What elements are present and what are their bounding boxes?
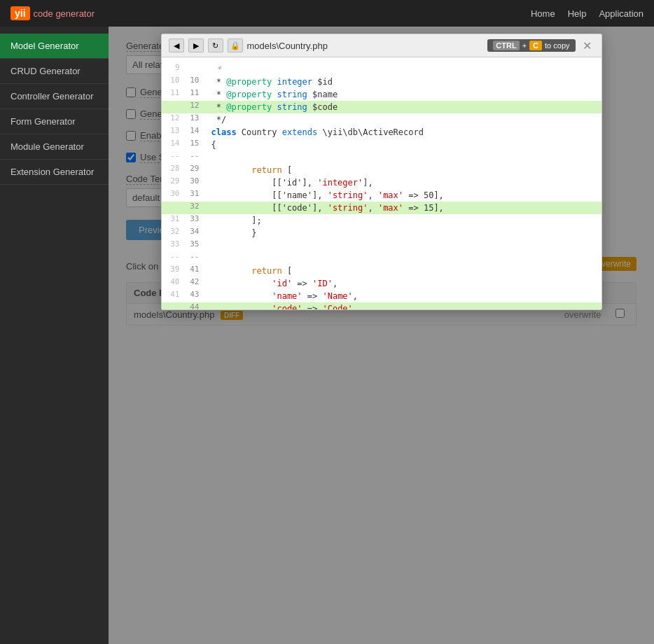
code-line: 4143 'name' => 'Name', (162, 290, 601, 302)
nav-application[interactable]: Application (599, 8, 643, 19)
sidebar: Model Generator CRUD Generator Controlle… (0, 27, 109, 644)
modal: ◀ ▶ ↻ 🔒 models\Country.php CTRL + C to c… (161, 34, 602, 310)
modal-body: 9 * 1010 * @property integer $id 1111 * … (162, 57, 601, 309)
code-line: 32 [['code'], 'string', 'max' => 15], (162, 202, 601, 214)
sidebar-item-extension-generator[interactable]: Extension Generator (0, 160, 109, 185)
code-line: 12 * @property string $code (162, 101, 601, 113)
sidebar-item-controller-generator[interactable]: Controller Generator (0, 84, 109, 109)
code-line: 3335 (162, 239, 601, 252)
layout: Model Generator CRUD Generator Controlle… (0, 27, 654, 644)
sidebar-item-model-generator[interactable]: Model Generator (0, 34, 109, 59)
main-content: Generate Relations Generate Labels from … (109, 27, 654, 644)
modal-lock-button[interactable]: 🔒 (228, 38, 243, 52)
code-line: 9 * (162, 63, 601, 76)
modal-header: ◀ ▶ ↻ 🔒 models\Country.php CTRL + C to c… (162, 34, 601, 57)
code-line-separator: ---- (162, 252, 601, 265)
nav-home[interactable]: Home (531, 8, 555, 19)
code-line: 2930 [['id'], 'integer'], (162, 176, 601, 189)
code-line: 1213 */ (162, 113, 601, 126)
logo-text: code generator (34, 8, 95, 19)
code-line-separator: ---- (162, 151, 601, 164)
top-nav: yii code generator Home Help Application (0, 0, 654, 27)
code-line: 1010 * @property integer $id (162, 76, 601, 88)
code-line: 3031 [['name'], 'string', 'max' => 50], (162, 189, 601, 202)
copy-hint: CTRL + C to copy (487, 39, 575, 52)
modal-overlay: ◀ ▶ ↻ 🔒 models\Country.php CTRL + C to c… (109, 27, 654, 644)
logo: yii code generator (11, 6, 95, 20)
code-line: 44 'code' => 'Code', (162, 302, 601, 309)
yii-logo: yii (11, 6, 30, 20)
code-line: 1314 class Country extends \yii\db\Activ… (162, 126, 601, 139)
sidebar-item-module-generator[interactable]: Module Generator (0, 134, 109, 160)
code-line: 2829 return [ (162, 164, 601, 176)
code-line: 1415 { (162, 139, 601, 151)
code-line: 3133 ]; (162, 214, 601, 227)
code-line: 3234 } (162, 227, 601, 239)
modal-title: models\Country.php (247, 41, 484, 51)
code-line: 4042 'id' => 'ID', (162, 277, 601, 290)
code-line: 3941 return [ (162, 265, 601, 277)
modal-forward-button[interactable]: ▶ (188, 38, 204, 52)
modal-back-button[interactable]: ◀ (169, 38, 184, 52)
modal-close-button[interactable]: ✕ (580, 39, 594, 52)
nav-links: Home Help Application (531, 8, 643, 19)
code-line: 1111 * @property string $name (162, 88, 601, 101)
sidebar-item-crud-generator[interactable]: CRUD Generator (0, 59, 109, 84)
nav-help[interactable]: Help (568, 8, 587, 19)
modal-reload-button[interactable]: ↻ (208, 38, 223, 52)
sidebar-item-form-generator[interactable]: Form Generator (0, 109, 109, 134)
